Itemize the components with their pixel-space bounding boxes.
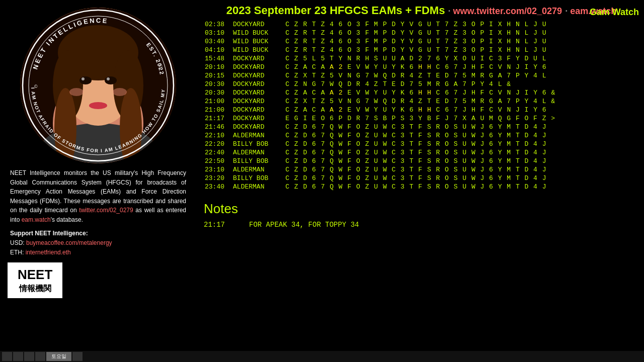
msg-content: C Z X T Z 5 V N G 7 W Q D R 4 Z T E D 7 … <box>284 71 639 80</box>
msg-time: 22:40 <box>204 148 232 157</box>
bottom-btn-4[interactable] <box>35 352 45 361</box>
msg-station: ALDERMAN <box>232 183 284 191</box>
svg-point-11 <box>105 76 117 84</box>
table-row: 22:40 ALDERMAN C Z D 6 7 Q W F O Z U W C… <box>204 148 639 157</box>
table-row: 04:10 WILD BUCK C Z R T Z 4 6 O 3 F M P … <box>204 46 639 54</box>
support-section: Support NEET Intelligence: USD: buymeaco… <box>8 229 115 258</box>
left-panel: NEET INTELLIGENCE EST. 2022 I AM NOT AFR… <box>0 0 196 362</box>
bottom-btn-2[interactable] <box>13 352 23 361</box>
msg-station: DOCKYARD <box>232 97 284 106</box>
table-row: 23:20 BILLY BOB C Z D 6 7 Q W F O Z U W … <box>204 174 639 183</box>
table-row: 21:46 DOCKYARD C Z D 6 7 Q W F O Z U W C… <box>204 123 639 131</box>
msg-time: 02:38 <box>204 20 232 29</box>
msg-station: DOCKYARD <box>232 63 284 71</box>
svg-point-13 <box>107 77 110 80</box>
msg-time: 21:00 <box>204 106 232 114</box>
msg-station: DOCKYARD <box>232 80 284 88</box>
eam-link[interactable]: eam.watch <box>22 216 51 223</box>
msg-time: 20:30 <box>204 88 232 97</box>
bottom-btn-3[interactable] <box>24 352 34 361</box>
msg-content: C Z R T Z 4 6 O 3 F M P D Y V G U T 7 Z … <box>284 46 639 54</box>
msg-station: BILLY BOB <box>232 140 284 148</box>
table-row: 20:30 DOCKYARD C Z N G 7 W Q D R 4 Z T E… <box>204 80 639 88</box>
msg-time: 22:10 <box>204 131 232 140</box>
msg-content: E G I E O 6 P D R 7 S B P S 3 Y B F J 7 … <box>284 114 639 123</box>
logo-bottom: 情報機関 <box>18 284 52 294</box>
notes-title: Notes <box>204 201 639 217</box>
msg-station: DOCKYARD <box>232 106 284 114</box>
msg-content: C Z D 6 7 Q W F O Z U W C 3 T F S R O S … <box>284 157 639 165</box>
msg-station: BILLY BOB <box>232 157 284 165</box>
msg-time: 22:20 <box>204 140 232 148</box>
twitter-link[interactable]: twitter.com/02_0279 <box>79 207 133 214</box>
table-row: 21:17 DOCKYARD E G I E O 6 P D R 7 S B P… <box>204 114 639 123</box>
msg-content: C Z D 6 7 Q W F O Z U W C 3 T F S R O S … <box>284 165 639 174</box>
msg-content: C Z R T Z 4 6 O 3 F M P D Y V G U T 7 Z … <box>284 29 639 37</box>
msg-content: C Z D 6 7 Q W F O Z U W C 3 T F S R O S … <box>284 183 639 191</box>
table-row: 03:40 WILD BUCK C Z R T Z 4 6 O 3 F M P … <box>204 37 639 46</box>
msg-station: DOCKYARD <box>232 54 284 63</box>
msg-time: 23:20 <box>204 174 232 183</box>
msg-station: DOCKYARD <box>232 123 284 131</box>
msg-content: C Z A C A A 2 E V W Y U Y K 6 H H C 6 7 … <box>284 106 639 114</box>
bottom-bar: 토요일 <box>0 351 644 362</box>
msg-station: ALDERMAN <box>232 131 284 140</box>
table-row: 23:10 ALDERMAN C Z D 6 7 Q W F O Z U W C… <box>204 165 639 174</box>
right-panel: 2023 September 23 HFGCS EAMs + FDMs · ww… <box>199 0 644 362</box>
usd-link[interactable]: buymeacoffee.com/metalenergy <box>26 239 112 246</box>
gam-watch-badge: Gam Watch <box>590 7 639 18</box>
msg-time: 04:10 <box>204 46 232 54</box>
eam-table: 02:38 DOCKYARD C Z R T Z 4 6 O 3 F M P D… <box>204 20 639 191</box>
svg-point-15 <box>69 88 84 96</box>
table-row: 20:15 DOCKYARD C Z X T Z 5 V N G 7 W Q D… <box>204 71 639 80</box>
msg-content: C Z D 6 7 Q W F O Z U W C 3 T F S R O S … <box>284 140 639 148</box>
table-row: 03:10 WILD BUCK C Z R T Z 4 6 O 3 F M P … <box>204 29 639 37</box>
msg-station: DOCKYARD <box>232 88 284 97</box>
msg-station: WILD BUCK <box>232 37 284 46</box>
msg-station: WILD BUCK <box>232 29 284 37</box>
msg-content: C Z X T Z 5 V N G 7 W Q D R 4 Z T E D 7 … <box>284 97 639 106</box>
note-text: FOR APEAK 34, FOR TOPPY 34 <box>249 221 359 229</box>
msg-content: C Z A C A A 2 E V W Y U Y K 6 H H C 6 7 … <box>284 63 639 71</box>
svg-point-14 <box>89 102 107 109</box>
svg-point-10 <box>79 76 92 84</box>
msg-content: C Z N G 7 W Q D R 4 Z T E D 7 5 M R G A … <box>284 80 639 88</box>
usd-label: USD: <box>10 239 25 246</box>
twitter-header-link[interactable]: www.twitter.com/02_0279 <box>453 6 562 16</box>
msg-station: DOCKYARD <box>232 20 284 29</box>
avatar-wrapper: NEET INTELLIGENCE EST. 2022 I AM NOT AFR… <box>20 8 176 163</box>
table-row: 23:40 ALDERMAN C Z D 6 7 Q W F O Z U W C… <box>204 183 639 191</box>
avatar-photo <box>20 8 176 163</box>
msg-station: ALDERMAN <box>232 165 284 174</box>
msg-station: ALDERMAN <box>232 148 284 157</box>
table-row: 22:10 ALDERMAN C Z D 6 7 Q W F O Z U W C… <box>204 131 639 140</box>
table-row: 20:10 DOCKYARD C Z A C A A 2 E V W Y U Y… <box>204 63 639 71</box>
msg-station: BILLY BOB <box>232 174 284 183</box>
svg-point-12 <box>82 77 85 80</box>
table-row: 21:00 DOCKYARD C Z A C A A 2 E V W Y U Y… <box>204 106 639 114</box>
msg-time: 20:10 <box>204 63 232 71</box>
eth-label: ETH: <box>10 249 24 256</box>
msg-time: 23:40 <box>204 183 232 191</box>
table-row: 15:48 DOCKYARD C Z 5 L 5 T Y N R H S U U… <box>204 54 639 63</box>
svg-point-16 <box>113 88 127 96</box>
msg-station: DOCKYARD <box>232 114 284 123</box>
msg-content: C Z 5 L 5 T Y N R H S U U A D 2 7 6 Y X … <box>284 54 639 63</box>
msg-time: 21:00 <box>204 97 232 106</box>
eth-link[interactable]: internetfriend.eth <box>26 249 71 256</box>
table-row: 02:38 DOCKYARD C Z R T Z 4 6 O 3 F M P D… <box>204 20 639 29</box>
bottom-btn-1[interactable] <box>2 352 12 361</box>
msg-content: C Z A C A A 2 E V W Y U Y K 6 H H C 6 7 … <box>284 88 639 97</box>
msg-content: C Z D 6 7 Q W F O Z U W C 3 T F S R O S … <box>284 148 639 157</box>
left-description: NEET Intelligence monitors the US milita… <box>8 168 189 225</box>
note-time: 21:17 <box>204 221 229 229</box>
main-title: 2023 September 23 HFGCS EAMs + FDMs · ww… <box>204 4 639 17</box>
notes-section: Notes 21:17 FOR APEAK 34, FOR TOPPY 34 <box>204 199 639 229</box>
msg-time: 23:10 <box>204 165 232 174</box>
bottom-btn-6[interactable] <box>72 352 83 361</box>
logo-top: NEET <box>18 266 52 284</box>
neet-logo: NEET 情報機関 <box>8 262 62 298</box>
table-row: 20:30 DOCKYARD C Z A C A A 2 E V W Y U Y… <box>204 88 639 97</box>
table-row: 21:00 DOCKYARD C Z X T Z 5 V N G 7 W Q D… <box>204 97 639 106</box>
bottom-btn-5[interactable]: 토요일 <box>46 352 71 361</box>
